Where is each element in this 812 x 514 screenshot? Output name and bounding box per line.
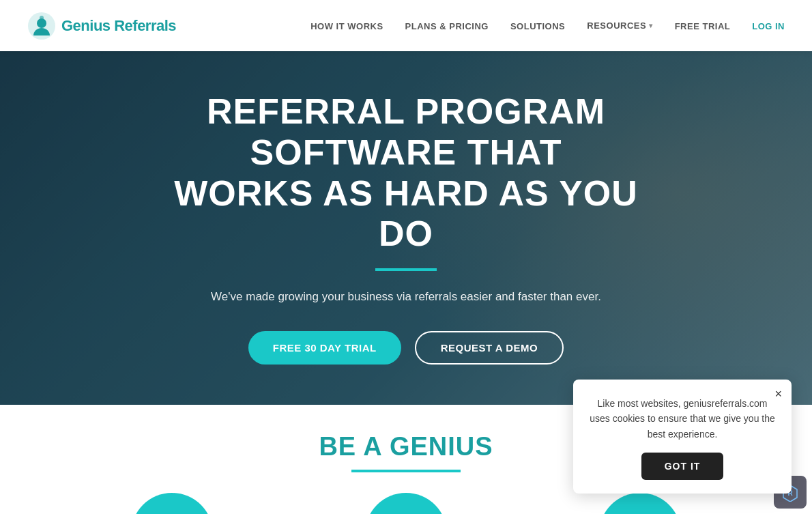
chevron-down-icon: ▾ xyxy=(649,22,653,29)
hero-content: REFERRAL PROGRAM SOFTWARE THAT WORKS AS … xyxy=(133,91,679,365)
nav-link-free-trial[interactable]: FREE TRIAL xyxy=(675,21,731,31)
nav-item-how-it-works[interactable]: HOW IT WORKS xyxy=(310,20,383,32)
nav-item-resources[interactable]: RESOURCES ▾ xyxy=(587,20,652,31)
logo-text: Genius Referrals xyxy=(61,17,176,35)
hero-buttons: FREE 30 DAY TRIAL REQUEST A DEMO xyxy=(147,331,665,365)
hero-section: REFERRAL PROGRAM SOFTWARE THAT WORKS AS … xyxy=(0,51,812,405)
nav-item-plans-pricing[interactable]: PLANS & PRICING xyxy=(405,20,489,32)
hero-subtitle: We've made growing your business via ref… xyxy=(147,290,665,304)
genius-icon-1: 💡 xyxy=(131,493,213,514)
nav-link-plans-pricing[interactable]: PLANS & PRICING xyxy=(405,21,489,31)
logo-link[interactable]: Genius Referrals xyxy=(27,12,176,40)
hero-divider xyxy=(375,268,437,271)
cookie-close-button[interactable]: × xyxy=(774,388,782,400)
nav-link-resources[interactable]: RESOURCES ▾ xyxy=(587,20,652,31)
nav-links: HOW IT WORKS PLANS & PRICING SOLUTIONS R… xyxy=(310,20,785,32)
nav-item-login[interactable]: LOG IN xyxy=(752,20,785,32)
cookie-message: Like most websites, geniusreferrals.com … xyxy=(590,396,775,442)
nav-link-login[interactable]: LOG IN xyxy=(752,21,785,31)
hero-title: REFERRAL PROGRAM SOFTWARE THAT WORKS AS … xyxy=(147,91,665,255)
be-genius-divider xyxy=(351,470,461,472)
genius-icon-3: 🏆 xyxy=(599,493,681,514)
navbar: Genius Referrals HOW IT WORKS PLANS & PR… xyxy=(0,0,812,51)
request-demo-button[interactable]: REQUEST A DEMO xyxy=(415,331,564,365)
genius-icon-2: 🔗 xyxy=(365,493,447,514)
nav-link-solutions[interactable]: SOLUTIONS xyxy=(510,21,565,31)
nav-link-how-it-works[interactable]: HOW IT WORKS xyxy=(310,21,383,31)
cookie-got-it-button[interactable]: GOT IT xyxy=(641,453,723,480)
cookie-banner: × Like most websites, geniusreferrals.co… xyxy=(573,380,792,494)
genius-icons-row: 💡 🔗 🏆 xyxy=(0,493,812,514)
logo-icon xyxy=(27,12,56,40)
nav-item-solutions[interactable]: SOLUTIONS xyxy=(510,20,565,32)
free-trial-button[interactable]: FREE 30 DAY TRIAL xyxy=(248,331,401,365)
nav-item-free-trial[interactable]: FREE TRIAL xyxy=(675,20,731,32)
svg-point-2 xyxy=(40,16,44,20)
